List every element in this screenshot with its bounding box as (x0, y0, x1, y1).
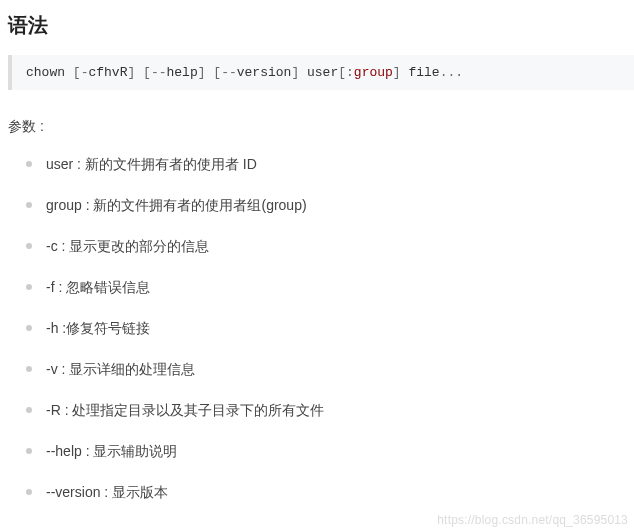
code-dashes: -- (221, 65, 237, 80)
code-version: version (237, 65, 292, 80)
code-bracket: [ (73, 65, 81, 80)
list-item: -f : 忽略错误信息 (46, 277, 634, 298)
code-group-open: [: (338, 65, 354, 80)
code-help: help (167, 65, 198, 80)
list-item: -c : 显示更改的部分的信息 (46, 236, 634, 257)
list-item: -v : 显示详细的处理信息 (46, 359, 634, 380)
code-cmd: chown (26, 65, 73, 80)
code-dashes: -- (151, 65, 167, 80)
list-item: -h :修复符号链接 (46, 318, 634, 339)
code-space (135, 65, 143, 80)
code-space (299, 65, 307, 80)
list-item: group : 新的文件拥有者的使用者组(group) (46, 195, 634, 216)
code-flags: cfhvR (88, 65, 127, 80)
list-item: user : 新的文件拥有者的使用者 ID (46, 154, 634, 175)
params-heading: 参数 : (8, 118, 634, 136)
code-group: group (354, 65, 393, 80)
code-ellipsis: ... (440, 65, 463, 80)
code-bracket: ] (198, 65, 206, 80)
syntax-code-block: chown [-cfhvR] [--help] [--version] user… (8, 55, 634, 90)
code-bracket: [ (213, 65, 221, 80)
code-user: user (307, 65, 338, 80)
list-item: --version : 显示版本 (46, 482, 634, 503)
code-file: file (408, 65, 439, 80)
list-item: --help : 显示辅助说明 (46, 441, 634, 462)
code-group-close: ] (393, 65, 401, 80)
watermark-text: https://blog.csdn.net/qq_36595013 (437, 513, 628, 527)
list-item: -R : 处理指定目录以及其子目录下的所有文件 (46, 400, 634, 421)
syntax-heading: 语法 (8, 12, 634, 39)
code-bracket: [ (143, 65, 151, 80)
params-list: user : 新的文件拥有者的使用者 ID group : 新的文件拥有者的使用… (8, 154, 634, 503)
